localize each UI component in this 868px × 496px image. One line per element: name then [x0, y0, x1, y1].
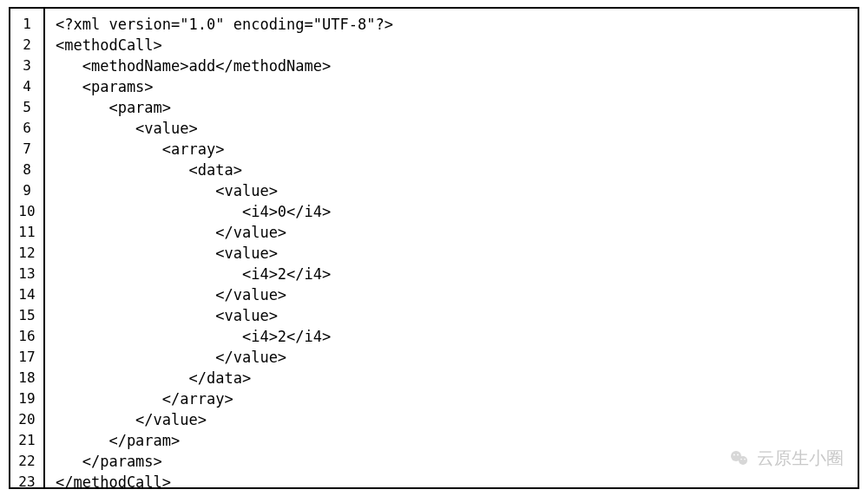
line-number-gutter: 1234567891011121314151617181920212223: [10, 9, 45, 487]
line-number: 17: [10, 347, 43, 368]
line-number: 2: [10, 35, 43, 55]
line-number: 22: [10, 451, 43, 472]
line-number: 6: [10, 118, 43, 139]
code-content: <?xml version="1.0" encoding="UTF-8"?> <…: [56, 14, 858, 493]
line-number: 11: [10, 222, 43, 243]
line-number: 4: [10, 76, 43, 97]
line-number: 18: [10, 368, 43, 388]
code-area: <?xml version="1.0" encoding="UTF-8"?> <…: [45, 9, 858, 487]
line-number: 16: [10, 326, 43, 347]
line-number: 21: [10, 430, 43, 451]
line-number: 19: [10, 388, 43, 409]
line-number: 5: [10, 97, 43, 118]
line-number: 13: [10, 264, 43, 284]
line-number: 12: [10, 243, 43, 264]
line-number: 10: [10, 201, 43, 222]
line-number: 8: [10, 160, 43, 180]
line-number: 20: [10, 409, 43, 430]
line-number: 14: [10, 284, 43, 305]
line-number: 9: [10, 180, 43, 201]
line-number: 15: [10, 305, 43, 326]
code-frame: 1234567891011121314151617181920212223 <?…: [9, 7, 859, 489]
line-number: 23: [10, 472, 43, 493]
line-number: 1: [10, 14, 43, 35]
line-number: 7: [10, 139, 43, 160]
line-number: 3: [10, 55, 43, 76]
